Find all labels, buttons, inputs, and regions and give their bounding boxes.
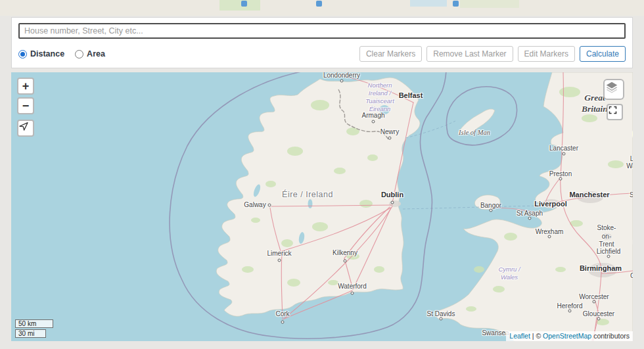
leaflet-link[interactable]: Leaflet (509, 332, 530, 340)
layers-icon (605, 80, 619, 95)
map-green-patch (219, 0, 260, 11)
mode-option[interactable]: Distance (18, 49, 64, 58)
toolbar-buttons: Clear Markers Remove Last Marker Edit Ma… (359, 46, 626, 62)
map-container[interactable]: LondonderryNorthern Ireland / Tuaisceart… (11, 72, 633, 341)
radio-icon[interactable] (75, 50, 83, 58)
attribution-suffix: contributors (591, 332, 630, 340)
scale-km: 50 km (15, 319, 53, 328)
layers-control[interactable] (603, 79, 624, 100)
mode-option-label: Area (87, 49, 105, 58)
scale-control: 50 km 30 mi (15, 319, 53, 338)
zoom-in-button[interactable]: + (17, 78, 34, 95)
poi-icon (316, 1, 322, 7)
attribution-separator: | © (530, 332, 543, 340)
measure-control-panel: Distance Area Clear Markers Remove Last … (11, 17, 633, 68)
clear-markers-button[interactable]: Clear Markers (359, 46, 422, 62)
fullscreen-icon (608, 105, 618, 115)
locate-arrow-icon (18, 121, 29, 131)
map-water-patch (410, 0, 447, 7)
osm-link[interactable]: OpenStreetMap (543, 332, 591, 340)
poi-icon (241, 1, 247, 7)
search-input[interactable] (18, 23, 626, 39)
poi-icon (453, 1, 459, 7)
mode-radio-group: Distance Area (18, 49, 105, 58)
map-green-patch (460, 0, 519, 8)
background-map-strip (0, 0, 644, 16)
zoom-out-button[interactable]: − (17, 97, 34, 114)
controls-row: Distance Area Clear Markers Remove Last … (18, 45, 626, 62)
mode-option[interactable]: Area (75, 49, 105, 58)
radio-icon[interactable] (18, 50, 27, 58)
remove-last-marker-button[interactable]: Remove Last Marker (426, 46, 513, 62)
map-canvas (11, 72, 633, 341)
fullscreen-button[interactable] (607, 104, 623, 120)
scale-mi: 30 mi (15, 329, 46, 338)
locate-button[interactable] (17, 120, 34, 137)
mode-option-label: Distance (30, 49, 64, 58)
attribution: Leaflet | © OpenStreetMap contributors (506, 331, 633, 341)
calculate-button[interactable]: Calculate (580, 46, 626, 62)
edit-markers-button[interactable]: Edit Markers (518, 46, 575, 62)
